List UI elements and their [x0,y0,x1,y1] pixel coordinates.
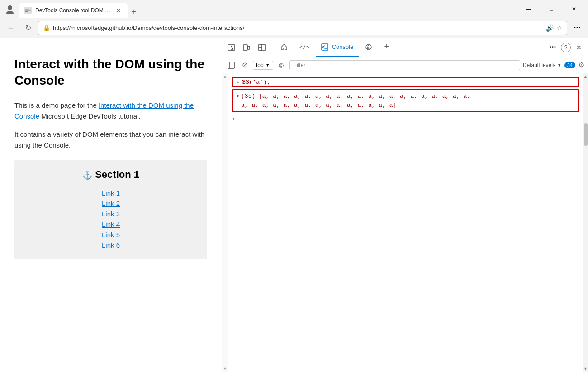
nav-bar: ← ↻ 🔒 https://microsoftedge.github.io/De… [0,18,588,38]
section-link-6[interactable]: Link 6 [102,241,120,249]
maximize-button[interactable]: □ [541,2,562,16]
page-paragraph2: It contains a variety of DOM elements th… [14,129,207,151]
section-box: ⚓ Section 1 Link 1 Link 2 Link 3 Link 4 … [14,160,207,259]
context-selector[interactable]: top ▼ [253,61,273,70]
section-title: ⚓ Section 1 [82,169,139,181]
console-output-line2: a, a, a, a, a, a, a, a, a, a, a, a, a, a… [241,101,470,110]
svg-point-0 [8,5,12,10]
levels-label: Default levels [523,62,555,68]
tab-title: DevTools Console tool DOM inte [35,7,111,14]
filter-input[interactable] [289,60,520,70]
favorites-icon[interactable]: ☆ [556,24,562,32]
address-url[interactable]: https://microsoftedge.github.io/Demos/de… [53,24,543,31]
scroll-up-indicator: ▲ [223,74,227,79]
svg-line-19 [367,45,369,46]
console-settings-button[interactable]: ⚙ [578,61,584,69]
address-icons: 🔊 ☆ [546,24,562,32]
svg-rect-4 [25,10,31,11]
minimize-button[interactable]: — [518,2,539,16]
title-bar: DevTools Console tool DOM inte ✕ + — □ ✕ [0,0,588,18]
devtools-toolbar: </> Console [222,38,588,57]
log-levels-selector[interactable]: Default levels ▼ [523,62,562,68]
output-text-block: (35) [a, a, a, a, a, a, a, a, a, a, a, a… [241,92,470,110]
console-content-area: ▶ $$('a'); ▶ (35) [a, a, a, a, a, a, a, … [228,73,583,372]
sidebar-toggle-button[interactable] [226,60,237,71]
eye-icon-button[interactable]: ◎ [276,60,287,71]
paragraph1-before: This is a demo page for the [14,101,99,109]
read-aloud-icon[interactable]: 🔊 [546,24,554,32]
svg-rect-3 [25,9,29,10]
vertical-scrollbar[interactable]: ▲ ▼ [583,73,588,372]
svg-rect-10 [248,46,250,49]
svg-line-16 [322,47,325,48]
paragraph1-after: Microsoft Edge DevTools tutorial. [39,112,140,120]
console-output-row: ▶ (35) [a, a, a, a, a, a, a, a, a, a, a,… [232,89,579,112]
toolbar-divider [272,43,272,52]
profile-icon[interactable] [4,3,16,15]
section-link-4[interactable]: Link 4 [102,220,120,228]
tab-favicon [24,7,32,14]
scroll-down-arrow[interactable]: ▼ [583,367,588,371]
clear-console-button[interactable]: ⊘ [239,60,250,71]
back-button[interactable]: ← [4,21,18,35]
console-content: ▶ $$('a'); ▶ (35) [a, a, a, a, a, a, a, … [228,73,583,372]
svg-line-7 [231,46,233,49]
tab-bar: DevTools Console tool DOM inte ✕ + [19,0,512,18]
lock-icon: 🔒 [43,24,50,31]
close-button[interactable]: ✕ [564,2,584,16]
levels-dropdown-icon: ▼ [557,62,562,67]
tab-close-button[interactable]: ✕ [115,6,122,15]
bottom-expand-arrow[interactable]: › [232,116,235,122]
console-expand-row: › [228,114,583,124]
page-heading: Interact with the DOM using the Console [14,56,207,89]
scroll-down-indicator: ▼ [223,367,227,371]
section-link-5[interactable]: Link 5 [102,231,120,238]
scroll-up-arrow[interactable]: ▲ [583,74,588,79]
tab-sources[interactable] [360,38,378,57]
svg-line-15 [322,46,325,47]
window-controls: — □ ✕ [518,2,584,16]
input-expand-arrow[interactable]: ▶ [237,80,239,85]
svg-rect-21 [228,62,234,68]
section-link-3[interactable]: Link 3 [102,210,120,218]
context-dropdown-icon: ▼ [266,62,270,67]
inspect-element-button[interactable] [224,40,238,55]
devtools-panel: </> Console [222,38,588,372]
context-label: top [256,62,264,68]
left-scroll-panel: ▲ ▼ [222,73,228,372]
svg-rect-9 [243,45,247,50]
anchor-icon: ⚓ [82,171,92,180]
console-output-line1: (35) [a, a, a, a, a, a, a, a, a, a, a, a… [241,92,470,101]
more-button[interactable]: ··· [570,21,584,35]
console-input-text: $$('a'); [242,79,270,86]
svg-point-1 [6,11,14,14]
new-tab-button[interactable]: + [128,5,140,18]
message-count-badge: 34 [564,62,575,68]
active-tab[interactable]: DevTools Console tool DOM inte ✕ [19,3,128,18]
more-tools-button[interactable]: ··· [545,40,560,55]
section-link-2[interactable]: Link 2 [102,200,120,207]
address-bar[interactable]: 🔒 https://microsoftedge.github.io/Demos/… [38,21,567,35]
help-button[interactable]: ? [561,43,571,52]
browser-window: DevTools Console tool DOM inte ✕ + — □ ✕… [0,0,588,372]
tab-console-label: Console [332,43,354,50]
refresh-button[interactable]: ↻ [21,21,35,35]
main-area: Interact with the DOM using the Console … [0,38,588,372]
tab-add[interactable]: + [379,38,394,57]
panel-layout-button[interactable] [255,40,269,55]
page-paragraph1: This is a demo page for the Interact wit… [14,100,207,122]
tab-home[interactable] [275,38,293,57]
console-input-row: ▶ $$('a'); [232,77,579,87]
console-body: ▲ ▼ ▶ $$('a'); ▶ [222,73,588,372]
tab-elements[interactable]: </> [294,38,315,57]
svg-rect-6 [228,44,234,51]
devtools-close-button[interactable]: ✕ [572,40,586,55]
svg-rect-5 [25,11,28,12]
svg-point-20 [367,47,369,49]
page-content: Interact with the DOM using the Console … [0,38,222,372]
device-emulation-button[interactable] [239,40,254,55]
tab-console[interactable]: Console [316,38,359,57]
scroll-thumb[interactable] [584,123,588,146]
section-link-1[interactable]: Link 1 [102,189,120,197]
output-expand-arrow[interactable]: ▶ [237,93,239,99]
